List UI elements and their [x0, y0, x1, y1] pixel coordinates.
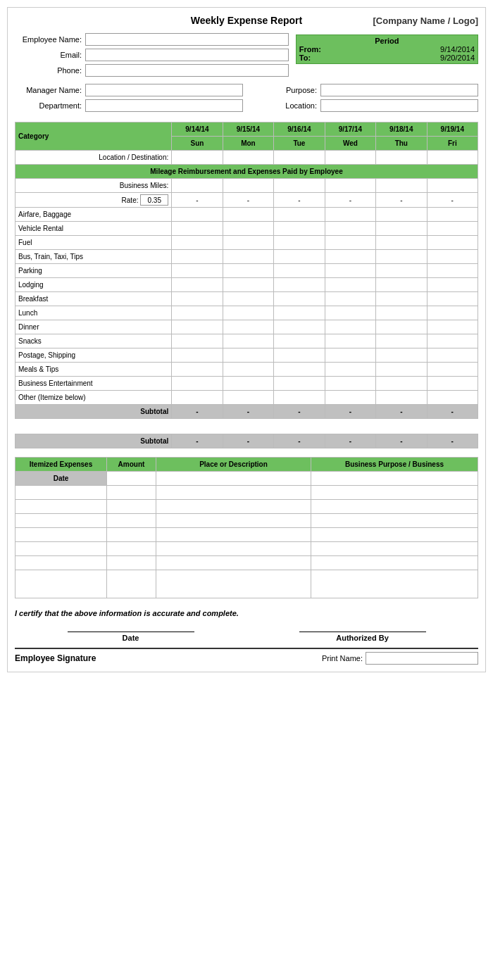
date-mon: 9/15/14 — [223, 122, 273, 137]
day-fri: Fri — [427, 137, 478, 151]
date-wed: 9/17/14 — [325, 122, 375, 137]
period-box: Period From: 9/14/2014 To: 9/20/2014 — [296, 34, 478, 64]
cat-lunch: Lunch — [15, 306, 172, 320]
miles-mon[interactable] — [223, 179, 273, 193]
company-logo: [Company Name / Logo] — [324, 15, 478, 26]
subtotal-label-1: Subtotal — [15, 405, 172, 419]
subtotal-row-1: Subtotal - - - - - - — [15, 405, 478, 419]
business-miles-label: Business Miles: — [15, 179, 172, 193]
miles-tue[interactable] — [274, 179, 325, 193]
day-wed: Wed — [325, 137, 375, 151]
print-name-label: Print Name: — [322, 654, 363, 662]
report-title: Weekly Expense Report — [169, 15, 323, 26]
print-name-input[interactable] — [366, 652, 478, 665]
day-mon: Mon — [223, 137, 273, 151]
phone-input[interactable] — [85, 64, 289, 77]
cat-snacks: Snacks — [15, 334, 172, 348]
list-item: Airfare, Baggage — [15, 208, 478, 222]
loc-fri[interactable] — [427, 151, 478, 165]
itemized-row — [15, 500, 478, 514]
print-name-block: Print Name: — [322, 652, 478, 665]
list-item: Parking — [15, 264, 478, 278]
day-tue: Tue — [274, 137, 325, 151]
employee-signature-label: Employee Signature — [15, 653, 96, 663]
loc-sun[interactable] — [172, 151, 223, 165]
date-fri: 9/19/14 — [427, 122, 478, 137]
date-sun: 9/14/14 — [172, 122, 223, 137]
to-date: 9/20/2014 — [440, 54, 475, 62]
itemized-purpose-header: Business Purpose / Business — [311, 458, 478, 472]
list-item: Breakfast — [15, 292, 478, 306]
date-signature-block: Date — [61, 632, 201, 642]
cat-breakfast: Breakfast — [15, 292, 172, 306]
list-item: Postage, Shipping — [15, 348, 478, 363]
manager-name-label: Manager Name: — [15, 86, 85, 94]
email-input[interactable] — [85, 49, 289, 61]
loc-tue[interactable] — [274, 151, 325, 165]
rate-calc-wed: - — [325, 193, 375, 208]
date-sig-line — [68, 632, 194, 632]
itemized-place-header: Place or Description — [156, 458, 311, 472]
rate-calc-tue: - — [274, 193, 325, 208]
cat-lodging: Lodging — [15, 278, 172, 292]
list-item: Fuel — [15, 236, 478, 250]
itemized-row — [15, 570, 478, 598]
list-item: Vehicle Rental — [15, 222, 478, 236]
purpose-input[interactable] — [320, 84, 478, 96]
list-item: Bus, Train, Taxi, Tips — [15, 250, 478, 264]
auth-sig-line — [299, 632, 426, 632]
mileage-section-header: Mileage Reimbursement and Expenses Paid … — [15, 165, 478, 179]
list-item: Business Entertainment — [15, 377, 478, 391]
location-destination-label: Location / Destination: — [15, 151, 172, 165]
employee-name-input[interactable] — [85, 33, 289, 46]
subtotal-row-2: Subtotal - - - - - - — [15, 434, 478, 448]
day-thu: Thu — [376, 137, 427, 151]
cat-parking: Parking — [15, 264, 172, 278]
itemized-row — [15, 514, 478, 528]
cat-vehicle-rental: Vehicle Rental — [15, 222, 172, 236]
date-thu: 9/18/14 — [376, 122, 427, 137]
authorized-by-label: Authorized By — [292, 634, 433, 642]
cat-meals-tips: Meals & Tips — [15, 363, 172, 377]
category-header: Category — [15, 122, 172, 151]
from-label: From: — [299, 45, 321, 54]
loc-mon[interactable] — [223, 151, 273, 165]
employee-signature-row: Employee Signature Print Name: — [15, 648, 478, 665]
list-item: Snacks — [15, 334, 478, 348]
expense-grid: Category 9/14/14 9/15/14 9/16/14 9/17/14… — [15, 122, 478, 448]
department-label: Department: — [15, 101, 85, 110]
subtotal-label-2: Subtotal — [15, 434, 172, 448]
day-sun: Sun — [172, 137, 223, 151]
department-input[interactable] — [85, 99, 243, 112]
phone-label: Phone: — [15, 66, 85, 75]
purpose-label: Purpose: — [250, 86, 320, 94]
authorized-by-block: Authorized By — [292, 632, 433, 642]
rate-calc-fri: - — [427, 193, 478, 208]
rate-calc-thu: - — [376, 193, 427, 208]
rate-input[interactable] — [140, 194, 168, 206]
spacer-row — [15, 419, 478, 434]
cat-fuel: Fuel — [15, 236, 172, 250]
date-sig-label: Date — [61, 634, 201, 642]
cat-postage: Postage, Shipping — [15, 348, 172, 363]
email-label: Email: — [15, 51, 85, 59]
itemized-row — [15, 556, 478, 570]
miles-sun[interactable] — [172, 179, 223, 193]
cat-bus-train: Bus, Train, Taxi, Tips — [15, 250, 172, 264]
itemized-row — [15, 542, 478, 556]
cat-dinner: Dinner — [15, 320, 172, 334]
miles-wed[interactable] — [325, 179, 375, 193]
employee-name-label: Employee Name: — [15, 35, 85, 44]
loc-wed[interactable] — [325, 151, 375, 165]
list-item: Dinner — [15, 320, 478, 334]
miles-fri[interactable] — [427, 179, 478, 193]
cat-business-entertainment: Business Entertainment — [15, 377, 172, 391]
to-label: To: — [299, 54, 311, 62]
list-item: Lodging — [15, 278, 478, 292]
manager-name-input[interactable] — [85, 84, 243, 96]
list-item: Meals & Tips — [15, 363, 478, 377]
location-input[interactable] — [320, 99, 478, 112]
miles-thu[interactable] — [376, 179, 427, 193]
loc-thu[interactable] — [376, 151, 427, 165]
cat-other: Other (Itemize below) — [15, 391, 172, 405]
